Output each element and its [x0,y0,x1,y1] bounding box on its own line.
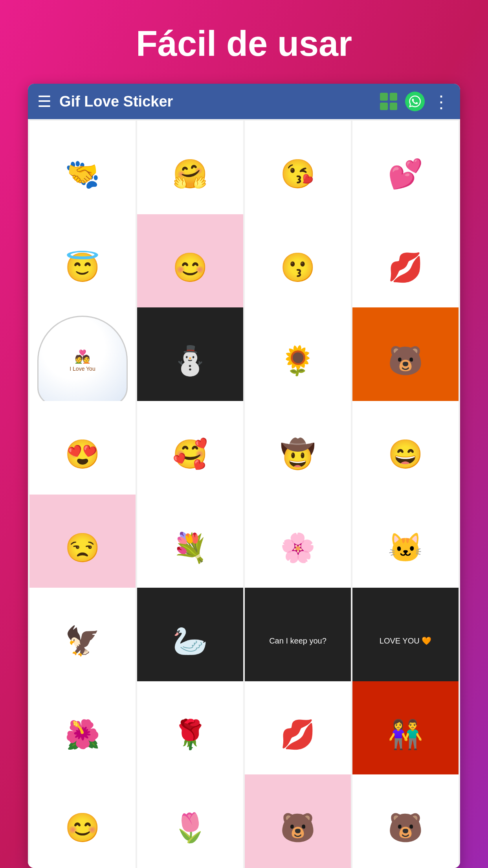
phone-container: ☰ Gif Love Sticker ⋮ 🐾 🤝 🤗 [28,84,460,868]
sticker-cell[interactable]: 😊 [137,214,243,320]
sticker-cell[interactable]: 😇 [29,214,136,320]
sticker-cell[interactable]: 🤗 [137,121,243,227]
app-bar-actions: ⋮ [380,92,451,112]
hamburger-icon[interactable]: ☰ [37,94,51,109]
sticker-cell[interactable]: 🌸 [245,495,351,601]
sticker-cell[interactable]: LOVE YOU 🧡 [352,588,459,694]
app-bar: ☰ Gif Love Sticker ⋮ [28,84,460,119]
grid-view-icon[interactable] [380,93,397,110]
sticker-cell[interactable]: 💐 [137,495,243,601]
sticker-cell[interactable]: 🌹 [137,681,243,787]
sticker-cell[interactable]: 🐾 🤝 [29,121,136,227]
app-title: Gif Love Sticker [59,93,372,110]
whatsapp-icon[interactable] [405,92,425,111]
sticker-cell[interactable]: 💕 [352,121,459,227]
sticker-cell[interactable]: 🌷 [137,774,243,868]
sticker-cell[interactable]: 🌻 [245,307,351,414]
sticker-cell[interactable]: 😍 [29,401,136,507]
sticker-cell[interactable]: 🐱 [352,495,459,601]
more-options-icon[interactable]: ⋮ [433,92,451,112]
page-title: Fácil de usar [0,0,488,84]
sticker-cell[interactable]: 🦢 [137,588,243,694]
sticker-cell[interactable]: 😗 [245,214,351,320]
sticker-cell[interactable]: 💑 I Love You [29,307,136,414]
sticker-cell[interactable]: 😄 [352,401,459,507]
sticker-cell[interactable]: 🐻 [352,774,459,868]
sticker-cell[interactable]: 🐻 [352,307,459,414]
sticker-cell[interactable]: 💋 [352,214,459,320]
sticker-cell[interactable]: 😒 [29,495,136,601]
sticker-cell[interactable]: ⛄ [137,307,243,414]
sticker-cell[interactable]: 🌺 [29,681,136,787]
sticker-grid: 🐾 🤝 🤗 😘 💕 😇 😊 😗 💋 [28,119,460,868]
sticker-cell[interactable]: 😊 [29,774,136,868]
sticker-cell[interactable]: 😘 [245,121,351,227]
sticker-cell[interactable]: 🤠 [245,401,351,507]
sticker-cell[interactable]: 🥰 [137,401,243,507]
sticker-cell[interactable]: 🦅 [29,588,136,694]
sticker-cell[interactable]: Can I keep you? [245,588,351,694]
sticker-cell[interactable]: 👫 [352,681,459,787]
sticker-cell[interactable]: 🐻 [245,774,351,868]
sticker-cell[interactable]: 💋 [245,681,351,787]
